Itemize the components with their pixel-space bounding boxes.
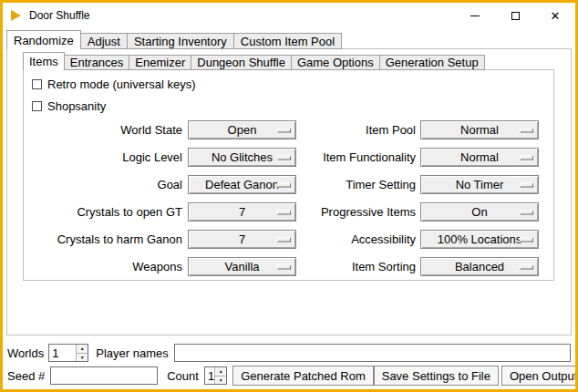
item-sorting-dropdown[interactable]: Balanced [420,257,539,276]
timer-setting-value: No Timer [456,178,504,191]
logic-level-label: Logic Level [24,150,182,164]
tab-generation-setup[interactable]: Generation Setup [379,55,485,70]
minimize-button[interactable] [455,3,495,28]
item-functionality-label: Item Functionality [296,150,416,164]
generate-patched-rom-button[interactable]: Generate Patched Rom [232,366,374,386]
items-tab-pane: Retro mode (universal keys) Shopsanity W… [23,69,554,281]
count-value: 1 [205,367,214,384]
dropdown-indicator-icon [520,182,533,187]
progressive-items-dropdown[interactable]: On [420,202,539,222]
shopsanity-checkbox[interactable] [32,101,42,111]
spin-up-icon[interactable]: ▲ [77,345,88,354]
dropdown-indicator-icon [520,210,533,214]
count-label: Count [167,369,199,383]
tab-items[interactable]: Items [23,52,65,70]
sub-tab-bar: Items Entrances Enemizer Dungeon Shuffle… [23,52,485,70]
retro-mode-label: Retro mode (universal keys) [47,77,196,91]
main-tab-bar: Randomize Adjust Starting Inventory Cust… [6,30,342,49]
worlds-stepper[interactable]: 1 ▲ ▼ [48,344,88,362]
crystals-gt-label: Crystals to open GT [24,205,182,219]
dropdown-indicator-icon [277,155,291,160]
dropdown-indicator-icon [520,264,533,269]
tab-adjust[interactable]: Adjust [80,33,128,49]
shopsanity-label: Shopsanity [47,99,106,113]
worlds-label: Worlds [7,346,44,360]
field-row: Logic Level No Glitches Item Functionali… [24,148,553,167]
spin-up-icon[interactable]: ▲ [215,367,226,377]
close-icon: ✕ [551,10,561,22]
item-pool-dropdown[interactable]: Normal [420,120,539,139]
window-controls: ✕ [455,3,575,28]
world-state-value: Open [228,123,257,137]
worlds-stepper-arrows: ▲ ▼ [76,345,88,361]
crystals-ganon-dropdown[interactable]: 7 [188,230,296,249]
player-names-input[interactable] [174,344,571,362]
dropdown-indicator-icon [520,237,533,242]
maximize-icon [511,12,520,20]
window-title: Door Shuffle [29,9,90,22]
seed-label: Seed # [7,369,45,383]
item-pool-value: Normal [460,123,499,137]
retro-mode-row: Retro mode (universal keys) [32,77,196,90]
goal-value: Defeat Ganon [205,178,279,191]
tab-entrances[interactable]: Entrances [64,55,130,70]
crystals-ganon-label: Crystals to harm Ganon [24,232,182,246]
tab-dungeon-shuffle[interactable]: Dungeon Shuffle [191,55,292,70]
crystals-ganon-value: 7 [239,232,245,246]
crystals-gt-value: 7 [239,205,245,219]
spin-down-icon[interactable]: ▼ [77,354,88,362]
count-stepper-arrows: ▲ ▼ [214,367,226,384]
crystals-gt-dropdown[interactable]: 7 [188,202,296,222]
shopsanity-row: Shopsanity [32,99,106,112]
accessibility-label: Accessibility [296,232,416,246]
maximize-button[interactable] [495,3,535,28]
dropdown-indicator-icon [277,182,291,187]
tab-starting-inventory[interactable]: Starting Inventory [127,33,234,49]
count-stepper[interactable]: 1 ▲ ▼ [204,366,227,385]
tab-custom-item-pool[interactable]: Custom Item Pool [233,33,342,49]
field-row: Weapons Vanilla Item Sorting Balanced [24,257,553,276]
spin-down-icon[interactable]: ▼ [215,377,226,385]
item-sorting-value: Balanced [455,260,504,273]
weapons-value: Vanilla [224,260,259,273]
seed-row: Seed # Count 1 ▲ ▼ Generate Patched Rom … [7,366,571,386]
retro-mode-checkbox[interactable] [32,79,42,89]
world-state-label: World State [24,123,182,137]
item-functionality-dropdown[interactable]: Normal [420,148,539,167]
dropdown-indicator-icon [520,128,533,132]
dropdown-indicator-icon [520,155,533,160]
item-functionality-value: Normal [460,150,499,164]
seed-input[interactable] [50,366,158,385]
dropdown-indicator-icon [277,210,291,214]
app-icon [11,10,21,21]
tab-game-options[interactable]: Game Options [291,55,380,70]
weapons-label: Weapons [24,260,182,273]
weapons-dropdown[interactable]: Vanilla [188,257,296,276]
worlds-value: 1 [49,345,76,361]
tab-enemizer[interactable]: Enemizer [129,55,191,70]
player-names-label: Player names [96,346,168,360]
logic-level-value: No Glitches [212,150,273,164]
field-row: World State Open Item Pool Normal [24,120,553,139]
tab-randomize[interactable]: Randomize [6,30,81,49]
progressive-items-value: On [471,205,487,219]
world-state-dropdown[interactable]: Open [188,120,296,139]
item-pool-label: Item Pool [296,123,416,137]
accessibility-value: 100% Locations [438,232,522,246]
save-settings-button[interactable]: Save Settings to File [374,366,499,386]
title-bar: Door Shuffle ✕ [3,3,575,28]
dropdown-indicator-icon [277,237,291,242]
dropdown-indicator-icon [277,128,291,132]
field-row: Goal Defeat Ganon Timer Setting No Timer [24,175,553,194]
timer-setting-dropdown[interactable]: No Timer [420,175,539,194]
goal-dropdown[interactable]: Defeat Ganon [188,175,296,194]
field-row: Crystals to harm Ganon 7 Accessibility 1… [24,230,553,249]
field-row: Crystals to open GT 7 Progressive Items … [24,202,553,222]
worlds-row: Worlds 1 ▲ ▼ Player names [7,344,571,362]
open-output-directory-button[interactable]: Open Output Directory [501,366,578,386]
logic-level-dropdown[interactable]: No Glitches [188,148,296,167]
progressive-items-label: Progressive Items [296,205,416,219]
close-button[interactable]: ✕ [535,3,575,28]
accessibility-dropdown[interactable]: 100% Locations [420,230,539,249]
door-shuffle-window: { "window": { "title": "Door Shuffle" },… [0,0,578,392]
